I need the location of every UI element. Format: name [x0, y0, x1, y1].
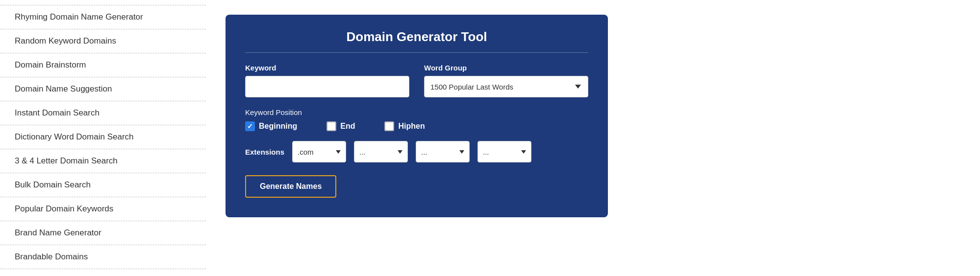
domain-generator-tool-card: Domain Generator Tool Keyword Word Group…	[226, 15, 608, 217]
sidebar-item-rhyming-domain[interactable]: Rhyming Domain Name Generator	[0, 5, 206, 29]
keyword-position-section: Keyword Position Beginning End Hiphen	[245, 108, 588, 131]
position-options-row: Beginning End Hiphen	[245, 121, 588, 131]
end-checkbox[interactable]	[327, 121, 336, 131]
beginning-label: Beginning	[259, 122, 297, 131]
sidebar-item-dictionary-word[interactable]: Dictionary Word Domain Search	[0, 125, 206, 149]
extension-select-4[interactable]: ... .net .org	[477, 141, 531, 162]
end-label: End	[340, 122, 355, 131]
beginning-checkbox[interactable]	[245, 121, 255, 131]
wordgroup-select[interactable]: 1500 Popular Last Words 1500 Popular Fir…	[424, 76, 588, 97]
wordgroup-label: Word Group	[424, 64, 588, 72]
wordgroup-field-group: Word Group 1500 Popular Last Words 1500 …	[424, 64, 588, 97]
sidebar-item-popular-domain[interactable]: Popular Domain Keywords	[0, 197, 206, 221]
extensions-section: Extensions .com .net .org .io ... .net .…	[245, 141, 588, 162]
extensions-label: Extensions	[245, 148, 284, 156]
extension-select-2[interactable]: ... .net .org	[354, 141, 408, 162]
sidebar-item-3-4-letter[interactable]: 3 & 4 Letter Domain Search	[0, 149, 206, 173]
sidebar-item-instant-domain-search[interactable]: Instant Domain Search	[0, 101, 206, 125]
position-hiphen-option[interactable]: Hiphen	[384, 121, 425, 131]
sidebar-item-brand-name[interactable]: Brand Name Generator	[0, 221, 206, 245]
keyword-label: Keyword	[245, 64, 409, 72]
sidebar-item-domain-brainstorm[interactable]: Domain Brainstorm	[0, 53, 206, 77]
keyword-field-group: Keyword	[245, 64, 409, 97]
keyword-input[interactable]	[245, 76, 409, 97]
hiphen-checkbox[interactable]	[384, 121, 394, 131]
sidebar: Rhyming Domain Name Generator Random Key…	[0, 0, 206, 276]
sidebar-item-brandable[interactable]: Brandable Domains	[0, 245, 206, 269]
fields-row: Keyword Word Group 1500 Popular Last Wor…	[245, 64, 588, 97]
main-content: Domain Generator Tool Keyword Word Group…	[206, 0, 980, 276]
sidebar-item-random-keyword[interactable]: Random Keyword Domains	[0, 29, 206, 53]
tool-divider	[245, 52, 588, 53]
sidebar-item-bulk-domain[interactable]: Bulk Domain Search	[0, 173, 206, 197]
sidebar-item-domain-name-suggestion[interactable]: Domain Name Suggestion	[0, 77, 206, 101]
position-end-option[interactable]: End	[327, 121, 355, 131]
generate-names-button[interactable]: Generate Names	[245, 175, 336, 198]
tool-title: Domain Generator Tool	[245, 29, 588, 45]
position-beginning-option[interactable]: Beginning	[245, 121, 297, 131]
extension-select-1[interactable]: .com .net .org .io	[292, 141, 346, 162]
hiphen-label: Hiphen	[398, 122, 425, 131]
extension-select-3[interactable]: ... .net .org	[416, 141, 470, 162]
keyword-position-label: Keyword Position	[245, 108, 588, 116]
